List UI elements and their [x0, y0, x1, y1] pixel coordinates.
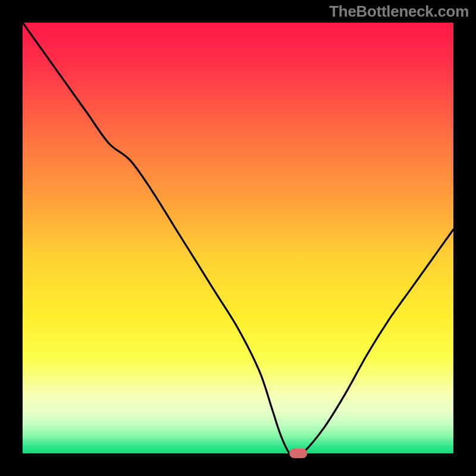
- optimal-marker: [289, 449, 307, 458]
- chart-container: TheBottleneck.com: [0, 0, 476, 476]
- watermark-text: TheBottleneck.com: [329, 2, 469, 21]
- bottleneck-chart: [0, 0, 476, 476]
- plot-area: [23, 23, 453, 453]
